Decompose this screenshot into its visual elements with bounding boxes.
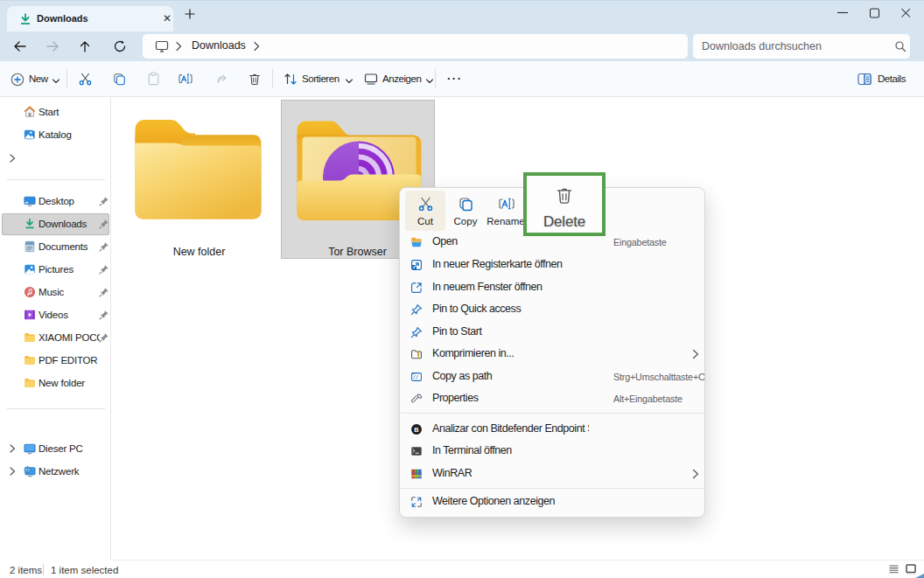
svg-text:B: B (414, 425, 419, 433)
